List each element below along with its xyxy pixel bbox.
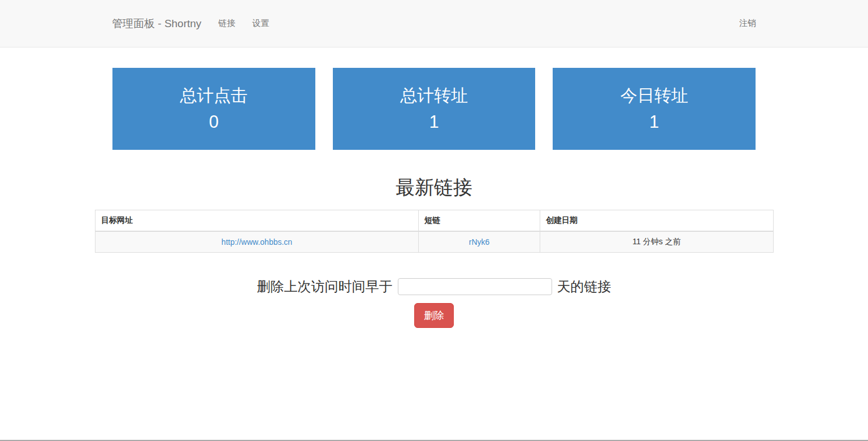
- table-row: http://www.ohbbs.cn rNyk6 11 分钟s 之前: [96, 231, 774, 253]
- table-header-row: 目标网址 短链 创建日期: [96, 210, 774, 232]
- delete-label-after: 天的链接: [557, 278, 611, 296]
- column-header-target-url: 目标网址: [96, 210, 419, 232]
- page: 管理面板 - Shortny 链接 设置 注销 总计点击 0 总计转址 1 今日…: [0, 0, 868, 441]
- short-code-link[interactable]: rNyk6: [469, 237, 490, 247]
- stat-card-today-redirects: 今日转址 1: [553, 68, 756, 150]
- main-content: 总计点击 0 总计转址 1 今日转址 1 最新链接 目标网址 短链 创建日期: [95, 68, 773, 328]
- stat-value: 1: [333, 113, 536, 131]
- stat-title: 总计转址: [333, 84, 536, 106]
- delete-button[interactable]: 删除: [414, 303, 454, 328]
- delete-form-line: 删除上次访问时间早于 天的链接: [95, 278, 773, 296]
- latest-links-table: 目标网址 短链 创建日期 http://www.ohbbs.cn rNyk6 1…: [95, 210, 774, 253]
- stat-title: 今日转址: [553, 84, 756, 106]
- stat-title: 总计点击: [112, 84, 315, 106]
- stat-card-total-redirects: 总计转址 1: [333, 68, 536, 150]
- cell-created-date: 11 分钟s 之前: [540, 231, 774, 253]
- nav-item-settings[interactable]: 设置: [252, 18, 269, 29]
- delete-old-links-form: 删除上次访问时间早于 天的链接 删除: [95, 278, 773, 328]
- nav-item-links[interactable]: 链接: [218, 18, 235, 29]
- latest-links-title: 最新链接: [95, 175, 773, 201]
- stat-card-total-clicks: 总计点击 0: [112, 68, 315, 150]
- cell-target-url: http://www.ohbbs.cn: [96, 231, 419, 253]
- stats-row: 总计点击 0 总计转址 1 今日转址 1: [95, 68, 773, 150]
- stat-value: 1: [553, 113, 756, 131]
- target-url-link[interactable]: http://www.ohbbs.cn: [222, 237, 292, 247]
- cell-short-code: rNyk6: [419, 231, 540, 253]
- column-header-created-date: 创建日期: [540, 210, 774, 232]
- navbar-brand[interactable]: 管理面板 - Shortny: [112, 16, 201, 31]
- days-input[interactable]: [398, 278, 552, 295]
- column-header-short-link: 短链: [419, 210, 540, 232]
- delete-label-before: 删除上次访问时间早于: [257, 278, 393, 296]
- stat-value: 0: [112, 113, 315, 131]
- navbar-inner: 管理面板 - Shortny 链接 设置 注销: [95, 0, 773, 47]
- nav-item-logout[interactable]: 注销: [739, 18, 756, 29]
- navbar: 管理面板 - Shortny 链接 设置 注销: [0, 0, 868, 47]
